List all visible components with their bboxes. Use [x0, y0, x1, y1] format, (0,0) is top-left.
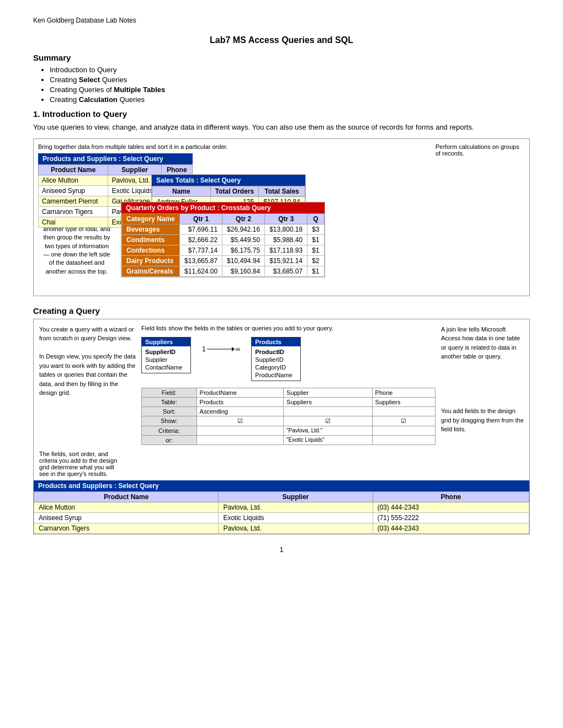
ct-col-q2: Qtr 2: [222, 213, 265, 224]
result-query-title: Products and Suppliers : Select Query: [34, 480, 529, 491]
supplier-field-id: SupplierID: [145, 348, 187, 356]
table-row: Beverages$7,696.11$26,942.16$13,800.18$3: [122, 224, 325, 234]
suppliers-title: Suppliers: [142, 338, 190, 346]
product-field-name: ProductName: [255, 371, 297, 379]
join-infinity-label: ∞: [236, 345, 241, 353]
products-body: ProductID SupplierID CategoryID ProductN…: [252, 346, 300, 381]
select-query-title: Products and Suppliers : Select Query: [38, 153, 193, 164]
products-title: Products: [252, 338, 300, 346]
table-row: Alice MuttonPavlova, Ltd.(03) 444-2343: [34, 502, 529, 512]
main-title: Lab7 MS Access Queries and SQL: [33, 35, 530, 45]
st-col-orders: Total Orders: [210, 186, 258, 196]
product-field-supplierid: SupplierID: [255, 356, 297, 363]
cq-right-add-fields: You add fields to the design grid by dra…: [441, 406, 524, 434]
result-query-table: Product Name Supplier Phone Alice Mutton…: [34, 491, 529, 534]
st-col-sales: Total Sales: [259, 186, 305, 196]
grid-row-field: Field: ProductName Supplier Phone: [142, 388, 435, 397]
cq-left-p2: In Design view, you specify the data you…: [39, 352, 136, 398]
result-query-section: Products and Suppliers : Select Query Pr…: [34, 480, 529, 534]
diagram-box-1: Bring together data from multiple tables…: [33, 138, 530, 296]
summary-item-2: Creating Select Queries: [50, 76, 530, 84]
table-row: Grains/Cereals$11,624.00$9,160.84$3,685.…: [122, 266, 325, 276]
header-note: Ken Goldberg Database Lab Notes: [33, 17, 530, 24]
rq-col-product: Product Name: [34, 491, 219, 502]
ct-col-category: Category Name: [122, 213, 180, 224]
crosstab-title: Quarterly Orders by Product : Crosstab Q…: [121, 202, 325, 213]
ct-col-q1: Qtr 1: [180, 213, 222, 224]
page-number: 1: [33, 545, 530, 554]
sales-totals-title: Sales Totals : Select Query: [152, 175, 305, 186]
join-1-label: 1: [202, 345, 206, 353]
ct-col-q4: Q: [307, 213, 324, 224]
table-row: Aniseed SyrupExotic Liquids(71) 555-2222: [34, 512, 529, 523]
join-line-svg: [207, 345, 235, 354]
cq-right-text: A join line tells Microsoft Access how d…: [441, 325, 524, 445]
product-field-categoryid: CategoryID: [255, 363, 297, 371]
products-table-box: Products ProductID SupplierID CategoryID…: [251, 337, 301, 381]
summary-item-4: Creating Calculation Queries: [50, 95, 530, 104]
table-row: Condiments$2,666.22$5,449.50$5,988.40$1: [122, 234, 325, 245]
design-grid-table: Field: ProductName Supplier Phone Table:…: [141, 388, 435, 445]
summary-item-3: Creating Queries of Multiple Tables: [50, 85, 530, 94]
cq-right-join-note: A join line tells Microsoft Access how d…: [441, 325, 524, 361]
suppliers-body: SupplierID Supplier ContactName: [142, 346, 190, 373]
grid-row-or: or: "Exotic Liquids": [142, 435, 435, 445]
grid-row-table: Table: Products Suppliers Suppliers: [142, 397, 435, 406]
suppliers-table-box: Suppliers SupplierID Supplier ContactNam…: [141, 337, 191, 373]
section1-intro: You use queries to view, change, and ana…: [33, 122, 530, 133]
section2-heading: Creating a Query: [33, 306, 530, 315]
tables-row: Suppliers SupplierID Supplier ContactNam…: [141, 337, 435, 381]
creating-query-box: You create a query with a wizard or from…: [33, 319, 530, 534]
summary-heading: Summary: [33, 53, 530, 62]
rq-col-supplier: Supplier: [219, 491, 373, 502]
summary-item-1: Introduction to Query: [50, 66, 530, 74]
cq-left-text: You create a query with a wizard or from…: [39, 325, 136, 445]
supplier-field-contact: ContactName: [145, 363, 187, 371]
svg-marker-1: [232, 347, 235, 351]
section1-heading: 1. Introduction to Query: [33, 109, 530, 119]
sq-col-supplier: Supplier: [108, 164, 161, 175]
summary-list: Introduction to Query Creating Select Qu…: [50, 66, 530, 104]
field-note-top: Field lists show the fields in the table…: [141, 325, 435, 331]
cq-left-p1: You create a query with a wizard or from…: [39, 325, 136, 343]
table-row: Confections$7,737.14$6,175.75$17,118.93$…: [122, 245, 325, 255]
cq-left-text-3: The fields, sort order, and criteria you…: [34, 451, 130, 480]
product-field-id: ProductID: [255, 348, 297, 356]
table-row: Carnarvon TigersPavlova, Ltd.(03) 444-23…: [34, 523, 529, 533]
table-row: Dairy Products$13,665.87$10,494.94$15,92…: [122, 255, 325, 266]
rq-col-phone: Phone: [373, 491, 529, 502]
st-col-name: Name: [152, 186, 211, 196]
ct-col-q3: Qtr 3: [265, 213, 307, 224]
crosstab-table: Category Name Qtr 1 Qtr 2 Qtr 3 Q Bevera…: [121, 213, 325, 277]
grid-row-sort: Sort: Ascending: [142, 406, 435, 416]
supplier-field-supplier: Supplier: [145, 356, 187, 363]
grid-row-criteria: Criteria: "Pavlova, Ltd.": [142, 426, 435, 435]
cq-middle: Field lists show the fields in the table…: [141, 325, 435, 445]
grid-row-show: Show: ☑ ☑ ☑: [142, 416, 435, 426]
sq-col-product: Product Name: [39, 164, 108, 175]
sq-col-phone: Phone: [161, 164, 192, 175]
